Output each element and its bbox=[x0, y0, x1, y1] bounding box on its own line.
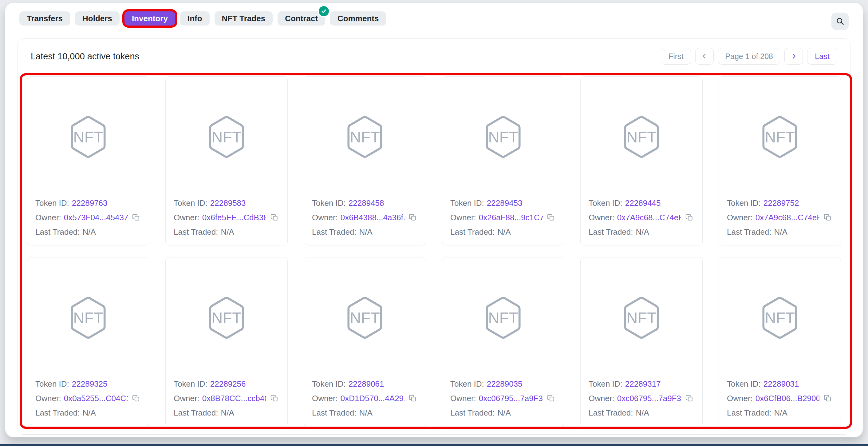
prev-page-button[interactable] bbox=[695, 48, 714, 65]
token-id-label: Token ID: bbox=[450, 378, 484, 390]
copy-icon[interactable] bbox=[824, 213, 833, 222]
owner-link[interactable]: 0x8B78CC...ccb40... bbox=[202, 392, 266, 404]
token-id-label: Token ID: bbox=[312, 378, 346, 390]
tab-transfers[interactable]: Transfers bbox=[19, 11, 70, 26]
owner-link[interactable]: 0x26aF88...9c1C7... bbox=[479, 212, 543, 223]
tab-holders[interactable]: Holders bbox=[75, 11, 120, 26]
copy-icon[interactable] bbox=[132, 394, 141, 403]
nft-placeholder: NFT bbox=[719, 77, 841, 197]
last-traded-value: N/A bbox=[83, 407, 96, 419]
token-id-link[interactable]: 22289445 bbox=[625, 197, 661, 209]
nft-hexagon-icon: NFT bbox=[208, 297, 245, 339]
owner-link[interactable]: 0x6CfB06...B2900... bbox=[755, 392, 819, 404]
nft-hexagon-icon: NFT bbox=[623, 297, 660, 339]
token-id-link[interactable]: 22289458 bbox=[348, 197, 384, 209]
nft-placeholder: NFT bbox=[304, 77, 426, 197]
owner-label: Owner: bbox=[312, 392, 338, 404]
last-traded-line: Last Traded: N/A bbox=[727, 407, 833, 419]
copy-icon[interactable] bbox=[547, 394, 556, 403]
last-traded-line: Last Traded: N/A bbox=[312, 407, 418, 419]
owner-line: Owner: 0x7A9c68...C74eF... bbox=[589, 212, 694, 223]
last-page-button[interactable]: Last bbox=[807, 48, 837, 65]
chevron-left-icon bbox=[701, 53, 708, 60]
last-traded-value: N/A bbox=[774, 226, 787, 238]
owner-label: Owner: bbox=[450, 212, 476, 223]
token-id-link[interactable]: 22289031 bbox=[764, 378, 799, 390]
owner-link[interactable]: 0x7A9c68...C74eF... bbox=[617, 212, 681, 223]
token-id-label: Token ID: bbox=[35, 197, 69, 209]
token-id-link[interactable]: 22289256 bbox=[210, 378, 246, 390]
owner-label: Owner: bbox=[174, 212, 199, 223]
search-button[interactable] bbox=[831, 12, 849, 30]
first-page-button[interactable]: First bbox=[661, 48, 691, 65]
token-id-link[interactable]: 22289325 bbox=[72, 378, 107, 390]
token-id-line: Token ID: 22289458 bbox=[312, 197, 418, 209]
token-id-link[interactable]: 22289583 bbox=[210, 197, 246, 209]
copy-icon[interactable] bbox=[270, 213, 279, 222]
chevron-right-icon bbox=[790, 53, 797, 60]
svg-text:NFT: NFT bbox=[350, 309, 380, 327]
token-id-link[interactable]: 22289317 bbox=[625, 378, 661, 390]
tab-inventory[interactable]: Inventory bbox=[124, 11, 175, 26]
last-traded-label: Last Traded: bbox=[727, 407, 772, 419]
token-id-link[interactable]: 22289752 bbox=[764, 197, 799, 209]
owner-link[interactable]: 0xc06795...7a9F3... bbox=[479, 392, 543, 404]
last-traded-line: Last Traded: N/A bbox=[174, 407, 279, 419]
footer-strip bbox=[0, 444, 868, 446]
nft-card-meta: Token ID: 22289061 Owner: 0xD1D570...4A2… bbox=[304, 378, 426, 426]
owner-label: Owner: bbox=[312, 212, 338, 223]
token-id-link[interactable]: 22289061 bbox=[348, 378, 384, 390]
token-id-link[interactable]: 22289453 bbox=[487, 197, 523, 209]
panel-title: Latest 10,000 active tokens bbox=[31, 51, 139, 61]
last-traded-line: Last Traded: N/A bbox=[35, 226, 141, 238]
owner-label: Owner: bbox=[174, 392, 199, 404]
tab-contract[interactable]: Contract bbox=[278, 11, 325, 26]
tab-info[interactable]: Info bbox=[180, 11, 210, 26]
last-traded-label: Last Traded: bbox=[589, 407, 633, 419]
copy-icon[interactable] bbox=[685, 213, 694, 222]
nft-card-meta: Token ID: 22289583 Owner: 0x6fe5EE...CdB… bbox=[166, 197, 287, 245]
token-id-link[interactable]: 22289763 bbox=[72, 197, 107, 209]
last-traded-label: Last Traded: bbox=[312, 226, 356, 238]
nft-card-meta: Token ID: 22289035 Owner: 0xc06795...7a9… bbox=[442, 378, 564, 426]
token-id-line: Token ID: 22289325 bbox=[35, 378, 141, 390]
owner-link[interactable]: 0x573F04...45437... bbox=[64, 212, 128, 223]
next-page-button[interactable] bbox=[784, 48, 803, 65]
nft-placeholder: NFT bbox=[581, 77, 702, 197]
owner-link[interactable]: 0xc06795...7a9F3... bbox=[617, 392, 681, 404]
last-traded-value: N/A bbox=[83, 226, 96, 238]
svg-text:NFT: NFT bbox=[73, 128, 103, 146]
copy-icon[interactable] bbox=[408, 394, 418, 403]
copy-icon[interactable] bbox=[270, 394, 279, 403]
nft-card-meta: Token ID: 22289031 Owner: 0x6CfB06...B29… bbox=[719, 378, 841, 426]
owner-link[interactable]: 0xD1D570...4A29... bbox=[341, 392, 404, 404]
token-id-label: Token ID: bbox=[35, 378, 69, 390]
copy-icon[interactable] bbox=[132, 213, 141, 222]
owner-link[interactable]: 0x0a5255...C04C1... bbox=[64, 392, 128, 404]
owner-label: Owner: bbox=[727, 392, 753, 404]
copy-icon[interactable] bbox=[547, 213, 556, 222]
owner-label: Owner: bbox=[589, 392, 614, 404]
last-traded-label: Last Traded: bbox=[450, 226, 495, 238]
copy-icon[interactable] bbox=[685, 394, 694, 403]
last-traded-value: N/A bbox=[636, 226, 649, 238]
nft-hexagon-icon: NFT bbox=[346, 116, 383, 158]
token-id-label: Token ID: bbox=[450, 197, 484, 209]
owner-link[interactable]: 0x7A9c68...C74eF... bbox=[755, 212, 819, 223]
tab-comments[interactable]: Comments bbox=[330, 11, 386, 26]
owner-link[interactable]: 0x6B4388...4a36f... bbox=[341, 212, 404, 223]
copy-icon[interactable] bbox=[408, 213, 418, 222]
last-traded-label: Last Traded: bbox=[312, 407, 356, 419]
svg-text:NFT: NFT bbox=[765, 128, 795, 146]
nft-card-meta: Token ID: 22289752 Owner: 0x7A9c68...C74… bbox=[719, 197, 841, 245]
last-traded-line: Last Traded: N/A bbox=[312, 226, 418, 238]
nft-card: NFT Token ID: 22289752 Owner: 0x7A9c68..… bbox=[719, 76, 841, 245]
last-traded-value: N/A bbox=[636, 407, 649, 419]
tab-nft-trades[interactable]: NFT Trades bbox=[215, 11, 273, 26]
token-id-link[interactable]: 22289035 bbox=[487, 378, 523, 390]
copy-icon[interactable] bbox=[824, 394, 833, 403]
nft-card: NFT Token ID: 22289445 Owner: 0x7A9c68..… bbox=[580, 76, 703, 245]
last-traded-value: N/A bbox=[221, 407, 234, 419]
owner-link[interactable]: 0x6fe5EE...CdB38... bbox=[202, 212, 266, 223]
last-traded-line: Last Traded: N/A bbox=[174, 226, 279, 238]
